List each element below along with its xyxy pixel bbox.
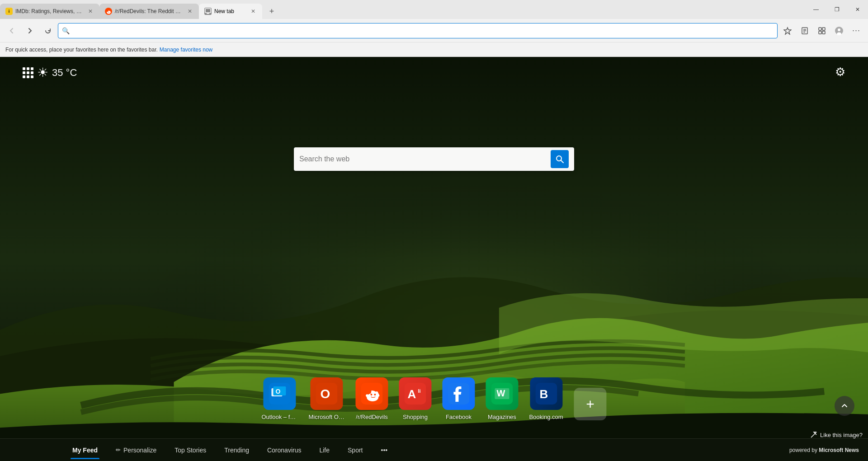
shortcut-icon-booking: B bbox=[530, 377, 562, 410]
shortcut-reddit[interactable]: /r/RedDevils bbox=[355, 377, 388, 420]
svg-line-19 bbox=[561, 160, 564, 163]
back-button[interactable] bbox=[4, 23, 20, 39]
nav-item-myfeed[interactable]: My Feed bbox=[63, 441, 107, 459]
svg-point-14 bbox=[838, 28, 840, 31]
favorites-bar: For quick access, place your favorites h… bbox=[0, 42, 868, 57]
shortcut-label-reddit: /r/RedDevils bbox=[356, 414, 388, 420]
svg-text:O: O bbox=[320, 387, 330, 401]
grid-icon[interactable] bbox=[23, 67, 33, 78]
search-button[interactable] bbox=[551, 150, 569, 168]
favicon-imdb: i bbox=[5, 8, 13, 15]
window-controls: — ❐ ✕ bbox=[806, 0, 868, 19]
shortcut-icon-magazines: W bbox=[486, 377, 518, 410]
nav-label-sport: Sport bbox=[348, 447, 363, 454]
tab-close-newtab[interactable]: ✕ bbox=[250, 8, 257, 15]
refresh-button[interactable] bbox=[40, 23, 56, 39]
tab-newtab[interactable]: New tab ✕ bbox=[199, 4, 262, 19]
nav-item-trending[interactable]: Trending bbox=[215, 441, 258, 459]
shortcut-icon-outlook: O bbox=[263, 377, 296, 410]
search-input[interactable] bbox=[299, 155, 547, 163]
svg-rect-12 bbox=[822, 31, 825, 34]
nav-item-life[interactable]: Life bbox=[310, 441, 339, 459]
nav-item-topstories[interactable]: Top Stories bbox=[165, 441, 215, 459]
shortcuts-row: O Outlook – fre... O Microsoft Offi... /… bbox=[261, 377, 606, 420]
nav-label-myfeed: My Feed bbox=[72, 447, 98, 454]
close-button[interactable]: ✕ bbox=[847, 0, 868, 19]
svg-text:li: li bbox=[418, 388, 420, 394]
pencil-icon: ✏ bbox=[116, 447, 121, 453]
shortcut-label-office: Microsoft Offi... bbox=[308, 414, 344, 420]
shortcut-icon-facebook bbox=[442, 377, 475, 410]
svg-line-37 bbox=[811, 432, 816, 437]
svg-text:A: A bbox=[407, 387, 416, 401]
profile-button[interactable] bbox=[831, 23, 847, 39]
shortcut-booking[interactable]: B Booking.com bbox=[529, 377, 563, 420]
collections-button[interactable] bbox=[814, 23, 830, 39]
svg-rect-9 bbox=[819, 28, 821, 30]
tab-title-reddit: /r/RedDevils: The Reddit home f... bbox=[115, 8, 184, 14]
url-bar[interactable]: 🔍 bbox=[58, 23, 778, 38]
weather-widget: ☀ 35 °C bbox=[23, 65, 77, 80]
nav-item-coronavirus[interactable]: Coronavirus bbox=[258, 441, 310, 459]
powered-by-text: powered by bbox=[789, 447, 817, 453]
search-box bbox=[294, 147, 574, 171]
svg-marker-4 bbox=[784, 28, 791, 34]
shortcut-label-magazines: Magazines bbox=[488, 414, 516, 420]
nav-label-trending: Trending bbox=[224, 447, 249, 454]
tab-imdb[interactable]: i IMDb: Ratings, Reviews, and Wh... ✕ bbox=[0, 4, 99, 19]
shortcut-facebook[interactable]: Facebook bbox=[442, 377, 475, 420]
search-icon: 🔍 bbox=[62, 27, 70, 34]
favicon-newtab bbox=[204, 8, 212, 15]
settings-button[interactable]: ⚙ bbox=[835, 65, 845, 79]
add-shortcut[interactable]: + bbox=[574, 388, 607, 420]
powered-by: powered by Microsoft News bbox=[789, 447, 859, 453]
favicon-reddit bbox=[105, 8, 112, 15]
sun-icon: ☀ bbox=[37, 65, 48, 80]
tab-title-imdb: IMDb: Ratings, Reviews, and Wh... bbox=[15, 8, 84, 14]
shortcut-icon-shopping: Ali bbox=[399, 377, 431, 410]
tab-close-imdb[interactable]: ✕ bbox=[87, 8, 94, 15]
shortcut-office[interactable]: O Microsoft Offi... bbox=[308, 377, 344, 420]
bottom-nav: My Feed ✏ Personalize Top Stories Trendi… bbox=[0, 438, 868, 461]
svg-rect-10 bbox=[822, 28, 825, 30]
browser-frame: i IMDb: Ratings, Reviews, and Wh... ✕ /r… bbox=[0, 0, 868, 461]
nav-item-more[interactable]: ••• bbox=[372, 441, 397, 459]
shortcut-outlook[interactable]: O Outlook – fre... bbox=[261, 377, 297, 420]
shortcut-label-facebook: Facebook bbox=[446, 414, 472, 420]
favorites-bar-text: For quick access, place your favorites h… bbox=[5, 47, 158, 53]
minimize-button[interactable]: — bbox=[806, 0, 826, 19]
reading-list-button[interactable] bbox=[797, 23, 813, 39]
tab-reddit[interactable]: /r/RedDevils: The Reddit home f... ✕ bbox=[99, 4, 199, 19]
add-shortcut-icon: + bbox=[574, 388, 607, 420]
nav-item-personalize[interactable]: ✏ Personalize bbox=[107, 441, 165, 459]
restore-button[interactable]: ❐ bbox=[826, 0, 847, 19]
manage-favorites-link[interactable]: Manage favorites now bbox=[160, 47, 212, 53]
svg-rect-11 bbox=[819, 31, 821, 34]
svg-rect-1 bbox=[205, 9, 211, 13]
address-bar: 🔍 ··· bbox=[0, 19, 868, 42]
shortcut-icon-reddit bbox=[355, 377, 388, 410]
shortcut-label-outlook: Outlook – fre... bbox=[261, 414, 297, 420]
address-actions: ··· bbox=[779, 23, 864, 39]
scroll-up-button[interactable] bbox=[835, 396, 854, 416]
main-content: ☀ 35 °C ⚙ O Outlook – fre... bbox=[0, 57, 868, 461]
powered-by-brand: Microsoft News bbox=[819, 447, 859, 453]
nav-label-coronavirus: Coronavirus bbox=[267, 447, 301, 454]
like-image-button[interactable]: Like this image? bbox=[810, 431, 863, 438]
nav-label-more: ••• bbox=[381, 447, 388, 454]
shortcut-label-booking: Booking.com bbox=[529, 414, 563, 420]
add-tab-button[interactable]: + bbox=[264, 4, 279, 19]
nav-label-personalize: Personalize bbox=[123, 447, 156, 454]
url-input[interactable] bbox=[72, 27, 774, 34]
tab-bar: i IMDb: Ratings, Reviews, and Wh... ✕ /r… bbox=[0, 0, 868, 19]
favorites-star-button[interactable] bbox=[779, 23, 796, 39]
svg-text:B: B bbox=[539, 387, 548, 401]
shortcut-magazines[interactable]: W Magazines bbox=[486, 377, 518, 420]
nav-item-sport[interactable]: Sport bbox=[339, 441, 372, 459]
nav-label-life: Life bbox=[319, 447, 330, 454]
tab-close-reddit[interactable]: ✕ bbox=[186, 8, 193, 15]
forward-button[interactable] bbox=[22, 23, 38, 39]
shortcut-shopping[interactable]: Ali Shopping bbox=[399, 377, 431, 420]
temperature-display: 35 °C bbox=[52, 67, 77, 79]
more-options-button[interactable]: ··· bbox=[848, 23, 864, 39]
